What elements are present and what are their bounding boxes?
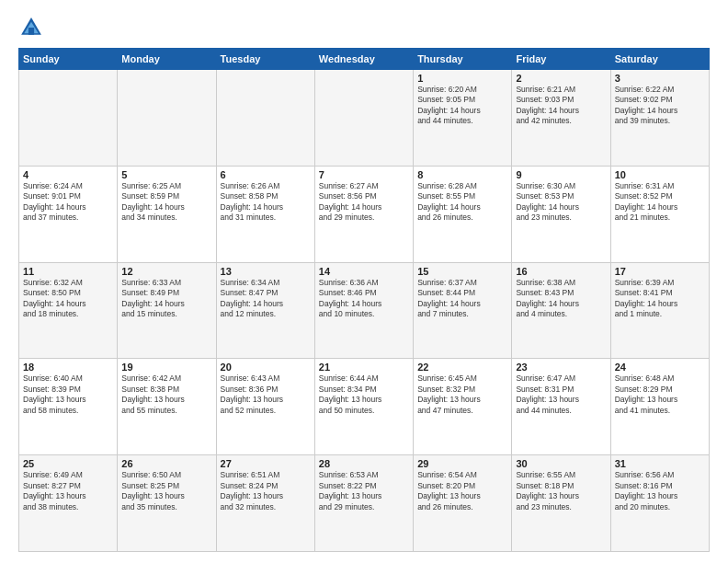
day-info: Sunrise: 6:42 AM Sunset: 8:38 PM Dayligh… <box>121 373 211 416</box>
day-number: 26 <box>121 458 211 469</box>
calendar-day-cell: 28Sunrise: 6:53 AM Sunset: 8:22 PM Dayli… <box>314 455 413 552</box>
day-info: Sunrise: 6:55 AM Sunset: 8:18 PM Dayligh… <box>516 470 606 512</box>
day-info: Sunrise: 6:36 AM Sunset: 8:46 PM Dayligh… <box>319 278 409 320</box>
day-number: 1 <box>417 73 507 84</box>
day-info: Sunrise: 6:56 AM Sunset: 8:16 PM Dayligh… <box>615 470 705 512</box>
calendar-day-header: Friday <box>512 49 610 70</box>
day-number: 19 <box>121 362 211 373</box>
calendar-day-cell: 18Sunrise: 6:40 AM Sunset: 8:39 PM Dayli… <box>19 359 118 455</box>
logo-icon <box>18 15 44 40</box>
day-number: 6 <box>221 169 311 180</box>
day-info: Sunrise: 6:49 AM Sunset: 8:27 PM Dayligh… <box>23 470 113 512</box>
calendar-day-cell: 12Sunrise: 6:33 AM Sunset: 8:49 PM Dayli… <box>118 262 216 359</box>
day-number: 2 <box>516 73 606 84</box>
day-number: 27 <box>221 458 311 469</box>
day-number: 15 <box>417 266 507 277</box>
day-info: Sunrise: 6:28 AM Sunset: 8:55 PM Dayligh… <box>417 181 507 224</box>
day-info: Sunrise: 6:34 AM Sunset: 8:47 PM Dayligh… <box>221 278 311 320</box>
calendar-day-cell: 3Sunrise: 6:22 AM Sunset: 9:02 PM Daylig… <box>610 70 709 167</box>
day-info: Sunrise: 6:26 AM Sunset: 8:58 PM Dayligh… <box>221 181 311 224</box>
calendar-day-cell: 22Sunrise: 6:45 AM Sunset: 8:32 PM Dayli… <box>414 359 512 455</box>
calendar-day-cell: 31Sunrise: 6:56 AM Sunset: 8:16 PM Dayli… <box>610 455 709 552</box>
calendar-day-cell: 29Sunrise: 6:54 AM Sunset: 8:20 PM Dayli… <box>414 455 512 552</box>
day-number: 29 <box>417 458 507 469</box>
day-info: Sunrise: 6:22 AM Sunset: 9:02 PM Dayligh… <box>615 85 705 127</box>
day-number: 8 <box>417 169 507 180</box>
calendar-day-cell: 15Sunrise: 6:37 AM Sunset: 8:44 PM Dayli… <box>414 262 512 359</box>
calendar-day-cell: 1Sunrise: 6:20 AM Sunset: 9:05 PM Daylig… <box>414 70 512 167</box>
day-info: Sunrise: 6:54 AM Sunset: 8:20 PM Dayligh… <box>417 470 507 512</box>
day-number: 13 <box>221 266 311 277</box>
calendar-day-cell: 14Sunrise: 6:36 AM Sunset: 8:46 PM Dayli… <box>314 262 413 359</box>
day-info: Sunrise: 6:20 AM Sunset: 9:05 PM Dayligh… <box>417 85 507 127</box>
calendar-day-header: Thursday <box>414 49 512 70</box>
day-number: 3 <box>615 73 705 84</box>
day-number: 12 <box>121 266 211 277</box>
calendar-day-cell: 26Sunrise: 6:50 AM Sunset: 8:25 PM Dayli… <box>118 455 216 552</box>
day-info: Sunrise: 6:31 AM Sunset: 8:52 PM Dayligh… <box>615 181 705 224</box>
calendar-day-cell: 25Sunrise: 6:49 AM Sunset: 8:27 PM Dayli… <box>19 455 118 552</box>
logo <box>18 15 48 40</box>
calendar-day-cell: 13Sunrise: 6:34 AM Sunset: 8:47 PM Dayli… <box>216 262 314 359</box>
calendar-day-cell: 17Sunrise: 6:39 AM Sunset: 8:41 PM Dayli… <box>610 262 709 359</box>
calendar-day-cell: 4Sunrise: 6:24 AM Sunset: 9:01 PM Daylig… <box>19 166 118 262</box>
day-info: Sunrise: 6:48 AM Sunset: 8:29 PM Dayligh… <box>615 373 705 416</box>
calendar-day-cell: 10Sunrise: 6:31 AM Sunset: 8:52 PM Dayli… <box>610 166 709 262</box>
day-number: 24 <box>615 362 705 373</box>
calendar-day-header: Sunday <box>19 49 118 70</box>
day-info: Sunrise: 6:38 AM Sunset: 8:43 PM Dayligh… <box>516 278 606 320</box>
day-number: 28 <box>319 458 409 469</box>
day-number: 5 <box>121 169 211 180</box>
day-number: 4 <box>23 169 113 180</box>
day-info: Sunrise: 6:45 AM Sunset: 8:32 PM Dayligh… <box>417 373 507 416</box>
calendar-day-cell: 6Sunrise: 6:26 AM Sunset: 8:58 PM Daylig… <box>216 166 314 262</box>
calendar-day-cell: 5Sunrise: 6:25 AM Sunset: 8:59 PM Daylig… <box>118 166 216 262</box>
calendar-day-cell: 30Sunrise: 6:55 AM Sunset: 8:18 PM Dayli… <box>512 455 610 552</box>
calendar-day-cell <box>216 70 314 167</box>
day-number: 10 <box>615 169 705 180</box>
calendar-week-row: 18Sunrise: 6:40 AM Sunset: 8:39 PM Dayli… <box>19 359 710 455</box>
calendar-week-row: 4Sunrise: 6:24 AM Sunset: 9:01 PM Daylig… <box>19 166 710 262</box>
calendar-day-cell: 11Sunrise: 6:32 AM Sunset: 8:50 PM Dayli… <box>19 262 118 359</box>
calendar-day-cell: 9Sunrise: 6:30 AM Sunset: 8:53 PM Daylig… <box>512 166 610 262</box>
calendar-day-cell: 2Sunrise: 6:21 AM Sunset: 9:03 PM Daylig… <box>512 70 610 167</box>
day-number: 21 <box>319 362 409 373</box>
day-info: Sunrise: 6:24 AM Sunset: 9:01 PM Dayligh… <box>23 181 113 224</box>
calendar-day-cell: 8Sunrise: 6:28 AM Sunset: 8:55 PM Daylig… <box>414 166 512 262</box>
calendar-day-header: Tuesday <box>216 49 314 70</box>
calendar-day-header: Monday <box>118 49 216 70</box>
day-number: 16 <box>516 266 606 277</box>
svg-rect-2 <box>28 28 34 35</box>
calendar-day-cell: 19Sunrise: 6:42 AM Sunset: 8:38 PM Dayli… <box>118 359 216 455</box>
day-info: Sunrise: 6:40 AM Sunset: 8:39 PM Dayligh… <box>23 373 113 416</box>
day-number: 31 <box>615 458 705 469</box>
day-info: Sunrise: 6:21 AM Sunset: 9:03 PM Dayligh… <box>516 85 606 127</box>
calendar-day-cell <box>314 70 413 167</box>
day-info: Sunrise: 6:43 AM Sunset: 8:36 PM Dayligh… <box>221 373 311 416</box>
calendar-day-cell: 24Sunrise: 6:48 AM Sunset: 8:29 PM Dayli… <box>610 359 709 455</box>
calendar-day-header: Saturday <box>610 49 709 70</box>
calendar-header-row: SundayMondayTuesdayWednesdayThursdayFrid… <box>19 49 710 70</box>
day-info: Sunrise: 6:30 AM Sunset: 8:53 PM Dayligh… <box>516 181 606 224</box>
calendar-day-cell: 7Sunrise: 6:27 AM Sunset: 8:56 PM Daylig… <box>314 166 413 262</box>
day-info: Sunrise: 6:33 AM Sunset: 8:49 PM Dayligh… <box>121 278 211 320</box>
day-info: Sunrise: 6:47 AM Sunset: 8:31 PM Dayligh… <box>516 373 606 416</box>
day-info: Sunrise: 6:27 AM Sunset: 8:56 PM Dayligh… <box>319 181 409 224</box>
day-info: Sunrise: 6:51 AM Sunset: 8:24 PM Dayligh… <box>221 470 311 512</box>
header <box>18 15 710 40</box>
day-number: 25 <box>23 458 113 469</box>
day-info: Sunrise: 6:37 AM Sunset: 8:44 PM Dayligh… <box>417 278 507 320</box>
day-number: 22 <box>417 362 507 373</box>
day-number: 18 <box>23 362 113 373</box>
calendar-day-cell: 21Sunrise: 6:44 AM Sunset: 8:34 PM Dayli… <box>314 359 413 455</box>
day-number: 23 <box>516 362 606 373</box>
calendar-day-cell: 23Sunrise: 6:47 AM Sunset: 8:31 PM Dayli… <box>512 359 610 455</box>
calendar-day-cell: 27Sunrise: 6:51 AM Sunset: 8:24 PM Dayli… <box>216 455 314 552</box>
calendar-day-cell: 16Sunrise: 6:38 AM Sunset: 8:43 PM Dayli… <box>512 262 610 359</box>
calendar-day-cell: 20Sunrise: 6:43 AM Sunset: 8:36 PM Dayli… <box>216 359 314 455</box>
day-number: 17 <box>615 266 705 277</box>
day-number: 14 <box>319 266 409 277</box>
calendar-day-cell <box>118 70 216 167</box>
day-number: 30 <box>516 458 606 469</box>
day-number: 7 <box>319 169 409 180</box>
